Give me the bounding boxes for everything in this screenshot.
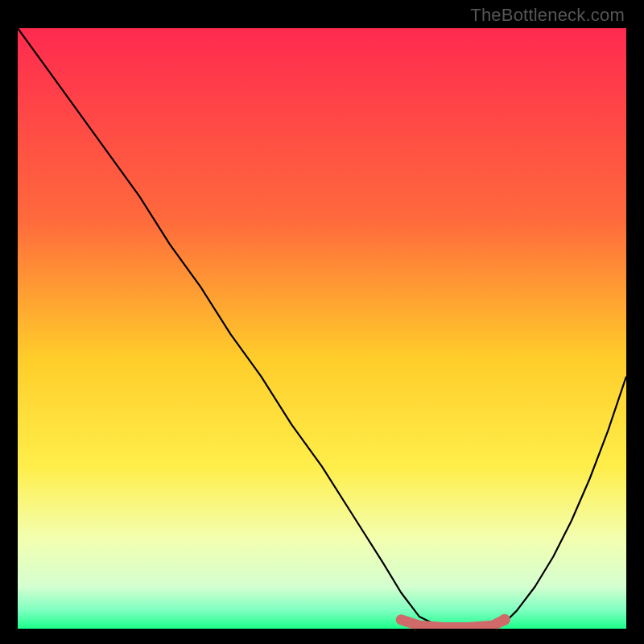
sweet-spot-highlight [401,620,505,628]
bottleneck-curve [18,28,626,629]
sweet-spot-end-dot [499,614,510,625]
plot-area [18,28,626,629]
attribution-text: TheBottleneck.com [470,5,625,26]
curve-layer [18,28,626,629]
chart-container: TheBottleneck.com [0,0,644,644]
